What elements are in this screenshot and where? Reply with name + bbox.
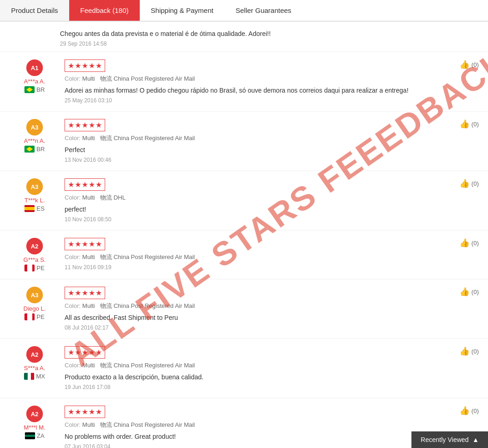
star-rating: ★★★★★ [65,59,105,72]
color-label: Color: [65,302,81,309]
star-icon: ★ [95,348,102,357]
helpful-count[interactable]: 👍(0) [456,406,479,416]
country-flag-icon [24,86,35,93]
flag-country: PE [24,265,44,271]
reviewer-info: A3T***k L.ES [9,178,60,212]
star-icon: ★ [68,289,74,297]
helpful-count[interactable]: 👍(0) [456,238,479,248]
color-label: Color: [65,135,81,141]
star-rating: ★★★★★ [65,346,105,359]
avatar: A2 [26,238,43,254]
reviewer-info: A2S***a A.MX [9,346,60,380]
flag-country: PE [24,313,44,320]
country-label: PE [36,265,44,271]
reviewer-name[interactable]: T***k L. [24,197,45,204]
star-icon: ★ [75,240,81,248]
star-icon: ★ [68,61,74,70]
star-icon: ★ [95,289,102,297]
tab-product-details[interactable]: Product Details [0,0,69,21]
helpful-number: (0) [471,289,479,295]
country-flag-icon [24,265,35,271]
color-label: Color: [65,421,81,428]
star-icon: ★ [82,407,88,416]
reviewer-info: A2M***l M.ZA [9,406,60,439]
review-date: 25 May 2016 03:10 [65,97,451,104]
reviewer-info: A1A***a A.BR [9,59,60,93]
avatar: A2 [26,406,43,422]
recently-viewed-label: Recently Viewed [421,436,469,443]
partial-review: Chegou antes da data prevista e o materi… [0,22,488,52]
flag-country: ZA [25,432,45,439]
reviewer-info: A3Diego L.PE [9,287,60,320]
tab-feedback[interactable]: Feedback (180) [69,0,140,21]
helpful-count[interactable]: 👍(0) [456,59,479,70]
helpful-number: (0) [471,180,479,187]
star-icon: ★ [82,289,88,297]
country-label: PE [36,313,44,320]
star-icon: ★ [89,240,95,248]
thumb-up-icon: 👍 [459,346,470,356]
color-info: Color: Multi 物流 DHL [65,194,451,202]
star-rating: ★★★★★ [65,406,105,418]
recently-viewed-bar[interactable]: Recently Viewed ▲ [411,431,488,448]
star-icon: ★ [95,61,102,70]
color-info: Color: Multi 物流 China Post Registered Ai… [65,421,451,429]
helpful-number: (0) [471,61,479,68]
country-flag-icon [24,146,35,153]
review-text: Adorei as minhas formas! O pedido chegou… [65,86,451,95]
avatar: A1 [26,59,43,76]
tab-seller-guarantees[interactable]: Seller Guarantees [225,0,303,21]
country-label: MX [36,373,45,380]
tab-shipping[interactable]: Shipping & Payment [140,0,225,21]
star-icon: ★ [82,180,88,189]
review-text: No problems with order. Great product! [65,432,451,442]
reviewer-name[interactable]: M***l M. [24,424,46,431]
reviews-list: A1A***a A.BR★★★★★Color: Multi 物流 China P… [0,52,488,448]
flag-country: ES [24,205,44,212]
flag-country: BR [24,86,45,93]
country-flag-icon [25,432,35,439]
helpful-count[interactable]: 👍(0) [456,287,479,297]
reviews-container: ALL FIVE STARS FEEEDBACK Chegou antes da… [0,22,488,448]
star-icon: ★ [89,348,95,357]
helpful-count[interactable]: 👍(0) [456,346,479,356]
partial-review-text: Chegou antes da data prevista e o materi… [60,29,479,39]
reviewer-name[interactable]: S***a A. [24,365,45,371]
review-date: 13 Nov 2016 00:46 [65,157,451,163]
review-text: perfect! [65,205,451,214]
review-content: ★★★★★Color: Multi 物流 China Post Register… [65,406,451,448]
flag-country: MX [24,373,45,380]
reviewer-name[interactable]: A***a A. [24,78,45,85]
star-icon: ★ [89,121,95,130]
reviewer-name[interactable]: A***n A. [24,137,45,144]
review-text: Producto exacto a la descripción, buena … [65,372,451,382]
country-label: ES [36,205,44,212]
review-item: A1A***a A.BR★★★★★Color: Multi 物流 China P… [0,52,488,112]
recently-viewed-icon: ▲ [472,436,479,443]
star-icon: ★ [82,121,88,130]
review-date: 10 Nov 2016 08:50 [65,216,451,223]
helpful-count[interactable]: 👍(0) [456,119,479,129]
review-content: ★★★★★Color: Multi 物流 China Post Register… [65,287,451,331]
star-icon: ★ [75,348,81,357]
star-icon: ★ [75,61,81,70]
star-icon: ★ [82,240,88,248]
review-date: 07 Jun 2016 03:04 [65,443,451,448]
avatar: A3 [26,178,43,195]
review-item: A2S***a A.MX★★★★★Color: Multi 物流 China P… [0,339,488,398]
color-label: Color: [65,194,81,201]
country-label: ZA [37,432,45,439]
avatar: A2 [26,346,43,363]
star-icon: ★ [68,121,74,130]
reviewer-name[interactable]: G***a S. [24,256,46,263]
color-info: Color: Multi 物流 China Post Registered Ai… [65,302,451,310]
review-text: All as described. Fast Shipment to Peru [65,313,451,323]
helpful-count[interactable]: 👍(0) [456,178,479,189]
star-rating: ★★★★★ [65,178,105,191]
star-rating: ★★★★★ [65,238,105,250]
avatar: A3 [26,119,43,136]
reviewer-name[interactable]: Diego L. [24,305,46,312]
star-icon: ★ [89,289,95,297]
country-flag-icon [24,373,34,380]
thumb-up-icon: 👍 [459,119,470,129]
